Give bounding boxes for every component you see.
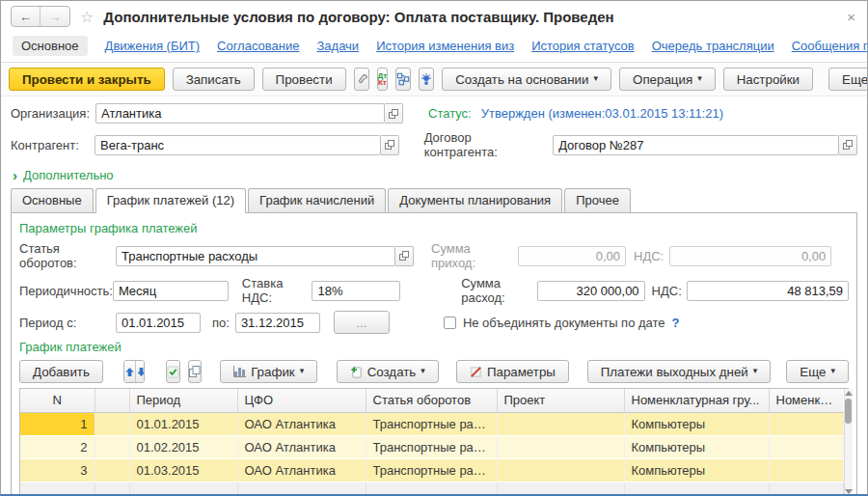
add-row-button[interactable]: Добавить xyxy=(19,360,103,383)
vat-rate-field[interactable] xyxy=(312,281,400,301)
back-button[interactable]: ← xyxy=(12,7,41,26)
payments-table-wrap: N Период ЦФО Статья оборотов Проект Номе… xyxy=(19,388,849,496)
period-picker-button[interactable]: ... xyxy=(334,311,390,334)
cell-n[interactable]: 2 xyxy=(20,435,95,458)
create-based-on-button[interactable]: Создать на основании ▾ xyxy=(442,68,611,91)
nav-item-movements[interactable]: Движения (БИТ) xyxy=(105,39,200,53)
cell-project[interactable] xyxy=(497,458,624,482)
settings-button[interactable]: Настройки xyxy=(723,68,813,91)
vertical-scrollbar[interactable] xyxy=(844,389,853,496)
cell-project[interactable] xyxy=(497,435,624,458)
explain-button[interactable] xyxy=(419,68,434,91)
counterparty-open-button[interactable] xyxy=(381,135,399,155)
nav-item-visa-history[interactable]: История изменения виз xyxy=(376,39,514,53)
col-header-nomenclature[interactable]: Номенклатура xyxy=(769,389,843,412)
col-header-period[interactable]: Период xyxy=(129,389,237,412)
checkbox-help-icon[interactable]: ? xyxy=(672,316,680,330)
toolbar-more-button[interactable]: Еще ▾ xyxy=(828,68,868,91)
expense-sum-field[interactable] xyxy=(537,281,645,301)
period-from-field[interactable] xyxy=(116,313,201,333)
nav-item-tasks[interactable]: Задачи xyxy=(316,39,359,53)
cell-nomenclature[interactable] xyxy=(769,412,843,435)
create-button[interactable]: Создать ▾ xyxy=(337,360,439,383)
parameters-button[interactable]: Параметры xyxy=(456,360,569,383)
col-header-marker[interactable] xyxy=(95,389,129,412)
copy-icon xyxy=(189,366,201,377)
dt-kt-postings-button[interactable]: ДтКт xyxy=(377,68,389,91)
scroll-up-icon[interactable] xyxy=(845,391,853,396)
cell-nomenclature[interactable] xyxy=(769,458,843,482)
contract-open-button[interactable] xyxy=(839,135,857,155)
open-link-icon xyxy=(385,140,394,150)
operation-button[interactable]: Операция ▾ xyxy=(619,68,716,91)
copy-row-button[interactable] xyxy=(188,360,202,383)
approve-row-button[interactable] xyxy=(166,360,180,383)
tab-accrual-schedule[interactable]: График начислений xyxy=(248,188,386,212)
cell-turnover-item[interactable]: Транспортные расхо... xyxy=(366,458,497,482)
table-row[interactable]: 2 01.02.2015 ОАО Атлантика Транспортные … xyxy=(20,435,843,458)
save-button[interactable]: Записать xyxy=(173,68,255,91)
close-icon[interactable]: × xyxy=(845,9,857,25)
cell-nomenclature-group[interactable]: Компьютеры xyxy=(624,435,769,458)
tab-main[interactable]: Основные xyxy=(11,188,94,212)
dont-merge-by-date-checkbox[interactable] xyxy=(444,317,456,329)
status-value[interactable]: Утвержден (изменен:03.01.2015 13:11:21) xyxy=(481,106,723,121)
nav-item-broadcast-queue[interactable]: Очередь трансляции xyxy=(652,39,774,53)
cell-cfo[interactable]: ОАО Атлантика xyxy=(237,435,366,458)
tab-planning-documents[interactable]: Документы планирования xyxy=(388,188,562,212)
tab-payment-schedule[interactable]: График платежей (12) xyxy=(95,188,246,213)
cell-period[interactable]: 01.02.2015 xyxy=(129,435,237,458)
post-and-close-button[interactable]: Провести и закрыть xyxy=(9,68,165,91)
tab-other[interactable]: Прочее xyxy=(564,188,631,212)
vertical-scroll-thumb[interactable] xyxy=(845,399,852,424)
expense-vat-field[interactable] xyxy=(687,281,849,301)
period-to-field[interactable] xyxy=(235,313,320,333)
col-header-project[interactable]: Проект xyxy=(497,389,624,412)
cell-turnover-item[interactable]: Транспортные расхо... xyxy=(366,412,497,435)
cell-marker[interactable] xyxy=(95,412,129,435)
cell-nomenclature[interactable] xyxy=(769,435,843,458)
col-header-cfo[interactable]: ЦФО xyxy=(237,389,366,412)
post-button[interactable]: Провести xyxy=(262,68,346,91)
forward-button[interactable]: → xyxy=(41,7,69,26)
table-row[interactable]: 1 01.01.2015 ОАО Атлантика Транспортные … xyxy=(20,412,843,435)
periodicity-field[interactable] xyxy=(113,281,229,301)
col-header-nomenclature-group[interactable]: Номенклатурная гру... xyxy=(624,389,769,412)
chart-button[interactable]: График ▾ xyxy=(220,360,317,383)
move-down-button[interactable] xyxy=(135,361,146,382)
organization-field[interactable] xyxy=(95,103,385,124)
move-up-button[interactable] xyxy=(124,361,135,382)
cell-nomenclature-group[interactable]: Компьютеры xyxy=(624,458,769,482)
cell-period[interactable]: 01.03.2015 xyxy=(129,458,237,482)
cell-n[interactable]: 3 xyxy=(20,458,95,482)
cell-project[interactable] xyxy=(497,412,624,435)
cell-cfo[interactable]: ОАО Атлантика xyxy=(237,412,366,435)
turnover-item-open-button[interactable] xyxy=(395,246,414,266)
expense-vat-label: НДС: xyxy=(652,284,682,298)
scroll-down-icon[interactable] xyxy=(845,489,853,494)
attachments-button[interactable] xyxy=(354,68,369,91)
contract-field[interactable] xyxy=(553,135,839,155)
cell-nomenclature-group[interactable]: Компьютеры xyxy=(624,412,769,435)
col-header-n[interactable]: N xyxy=(20,389,95,412)
cell-marker[interactable] xyxy=(95,435,129,458)
document-structure-button[interactable] xyxy=(395,68,411,91)
cell-n[interactable]: 1 xyxy=(20,412,95,435)
weekend-payments-button[interactable]: Платежи выходных дней ▾ xyxy=(587,360,772,383)
nav-item-approval[interactable]: Согласование xyxy=(217,39,299,53)
table-row[interactable]: 3 01.03.2015 ОАО Атлантика Транспортные … xyxy=(20,458,843,482)
counterparty-field[interactable] xyxy=(95,135,381,155)
nav-item-main[interactable]: Основное xyxy=(13,36,88,56)
organization-open-button[interactable] xyxy=(385,103,403,124)
turnover-item-field[interactable] xyxy=(116,246,395,266)
col-header-turnover-item[interactable]: Статья оборотов xyxy=(366,389,497,412)
cell-turnover-item[interactable]: Транспортные расхо... xyxy=(366,435,497,458)
cell-marker[interactable] xyxy=(95,458,129,482)
table-more-button[interactable]: Еще ▾ xyxy=(786,360,849,383)
nav-item-status-history[interactable]: История статусов xyxy=(531,39,635,53)
nav-item-user-messages[interactable]: Сообщения пользователей xyxy=(792,39,868,53)
cell-cfo[interactable]: ОАО Атлантика xyxy=(237,458,366,482)
cell-period[interactable]: 01.01.2015 xyxy=(129,412,237,435)
additional-section-toggle[interactable]: › Дополнительно xyxy=(13,168,114,182)
favorite-star-icon[interactable]: ☆ xyxy=(80,8,94,26)
